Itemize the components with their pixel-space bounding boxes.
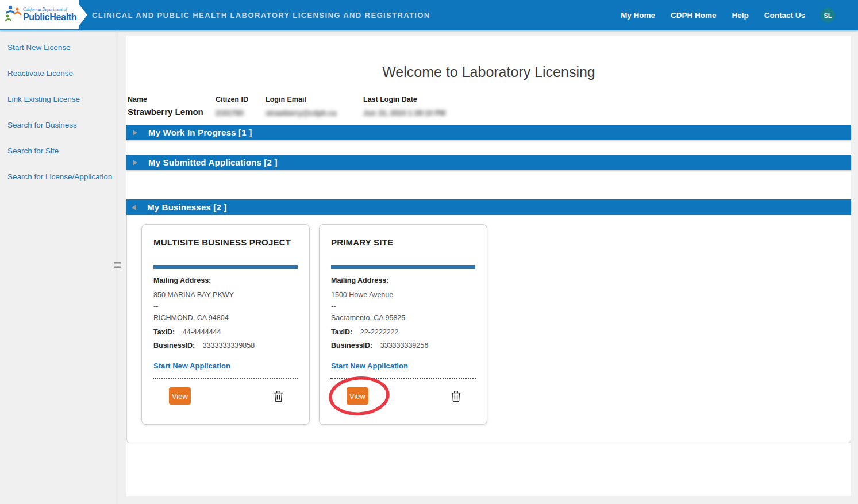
dotted-divider: [153, 378, 298, 379]
accordion-my-submitted-applications[interactable]: My Submitted Applications [2 ]: [126, 155, 851, 170]
business-title: MULTISITE BUSINESS PROJECT: [153, 237, 298, 247]
tax-id-row: TaxID: 44-4444444: [153, 328, 298, 336]
nav-contact-us[interactable]: Contact Us: [764, 11, 805, 20]
tax-id-label: TaxID:: [153, 328, 175, 336]
user-avatar[interactable]: SL: [821, 8, 835, 22]
nav-help[interactable]: Help: [732, 11, 748, 20]
business-id-value: 333333339256: [380, 341, 428, 349]
sidebar-item-start-new-license[interactable]: Start New License: [7, 43, 118, 52]
mailing-address-label: Mailing Address:: [153, 276, 298, 284]
business-id-label: BusinessID:: [153, 341, 195, 349]
top-navigation: My Home CDPH Home Help Contact Us SL: [621, 0, 835, 30]
user-name-column: Name Strawberry Lemon: [128, 95, 216, 119]
address-line-3: RICHMOND, CA 94804: [153, 312, 298, 324]
accordion-my-work-in-progress[interactable]: My Work In Progress [1 ]: [126, 125, 851, 140]
start-new-application-link[interactable]: Start New Application: [331, 361, 408, 370]
address-line-3: Sacramento, CA 95825: [331, 312, 475, 324]
mailing-address-label: Mailing Address:: [331, 276, 475, 284]
business-id-row: BusinessID: 3333333339858: [153, 341, 298, 349]
login-email-label: Login Email: [266, 95, 363, 104]
view-button-annotated[interactable]: View: [347, 387, 368, 405]
login-email-column: Login Email strawberry@cdph.ca: [266, 95, 363, 119]
address-line-1: 850 MARINA BAY PKWY: [153, 289, 298, 301]
dotted-divider: [330, 378, 476, 379]
tax-id-label: TaxID:: [331, 328, 352, 336]
last-login-value-redacted: Jun 15, 2024 1:39:10 PM: [363, 108, 445, 119]
nav-cdph-home[interactable]: CDPH Home: [671, 11, 717, 20]
login-email-value-redacted: strawberry@cdph.ca: [266, 108, 363, 119]
card-actions: View: [153, 387, 298, 405]
name-label: Name: [128, 95, 216, 104]
start-new-application-link[interactable]: Start New Application: [153, 361, 230, 370]
address-line-2: --: [153, 301, 298, 312]
address-line-1: 1500 Howe Avenue: [331, 289, 475, 301]
card-divider: [331, 265, 475, 269]
citizen-id-column: Citizen ID 2101760: [216, 95, 266, 119]
sidebar-item-reactivate-license[interactable]: Reactivate License: [7, 69, 118, 78]
name-value: Strawberry Lemon: [128, 106, 216, 117]
business-card-primary-site: PRIMARY SITE Mailing Address: 1500 Howe …: [319, 224, 487, 425]
logo-text: California Department of PublicHealth: [23, 7, 76, 22]
accordion-my-businesses[interactable]: My Businesses [2 ]: [126, 199, 851, 215]
collapsed-arrow-icon: [133, 130, 137, 136]
tax-id-value: 44-4444444: [183, 328, 221, 336]
app-title: CLINICAL AND PUBLIC HEALTH LABORATORY LI…: [92, 0, 430, 30]
view-button[interactable]: View: [169, 387, 191, 405]
top-header-bar: California Department of PublicHealth CL…: [0, 0, 858, 30]
expanded-arrow-icon: [132, 205, 136, 210]
business-title: PRIMARY SITE: [331, 237, 475, 247]
accordion-label: My Work In Progress [1 ]: [148, 128, 252, 137]
card-divider: [153, 265, 298, 269]
main-content-panel: Welcome to Laboratory Licensing Name Str…: [126, 36, 851, 496]
business-card-multisite: MULTISITE BUSINESS PROJECT Mailing Addre…: [141, 224, 310, 425]
trash-icon: [451, 390, 461, 402]
business-id-value: 3333333339858: [203, 341, 255, 349]
accordion-label: My Submitted Applications [2 ]: [148, 157, 278, 167]
sidebar-item-link-existing-license[interactable]: Link Existing License: [7, 95, 118, 104]
business-cards-row: MULTISITE BUSINESS PROJECT Mailing Addre…: [127, 215, 851, 425]
citizen-id-label: Citizen ID: [216, 95, 266, 104]
tax-id-row: TaxID: 22-2222222: [331, 328, 475, 336]
delete-business-button[interactable]: [274, 390, 283, 402]
last-login-column: Last Login Date Jun 15, 2024 1:39:10 PM: [363, 95, 445, 119]
logo-department-line: California Department of: [23, 7, 76, 12]
logo-chevron-icon: [79, 4, 87, 26]
sidebar-item-search-for-business[interactable]: Search for Business: [7, 121, 118, 130]
left-sidebar: Start New License Reactivate License Lin…: [0, 30, 118, 504]
logo-brand: PublicHealth: [23, 13, 76, 22]
logo-figures-icon: [5, 5, 22, 25]
trash-icon: [274, 390, 283, 402]
card-actions: View: [331, 387, 475, 405]
nav-my-home[interactable]: My Home: [621, 11, 655, 20]
accordion-label: My Businesses [2 ]: [147, 202, 227, 212]
last-login-label: Last Login Date: [363, 95, 445, 104]
sidebar-item-search-for-license-application[interactable]: Search for License/Application: [7, 172, 118, 182]
sidebar-item-search-for-site[interactable]: Search for Site: [7, 147, 118, 156]
sidebar-splitter-handle[interactable]: [114, 262, 122, 269]
collapsed-arrow-icon: [133, 160, 137, 166]
address-line-2: --: [331, 301, 475, 312]
citizen-id-value-redacted: 2101760: [216, 108, 266, 119]
my-businesses-panel: MULTISITE BUSINESS PROJECT Mailing Addre…: [126, 215, 851, 443]
tax-id-value: 22-2222222: [360, 328, 399, 336]
business-id-label: BusinessID:: [331, 341, 372, 349]
delete-business-button[interactable]: [451, 390, 461, 402]
page-title: Welcome to Laboratory Licensing: [126, 63, 851, 80]
business-id-row: BusinessID: 333333339256: [331, 341, 475, 349]
cdph-logo[interactable]: California Department of PublicHealth: [0, 0, 79, 29]
user-info-row: Name Strawberry Lemon Citizen ID 2101760…: [128, 95, 851, 119]
